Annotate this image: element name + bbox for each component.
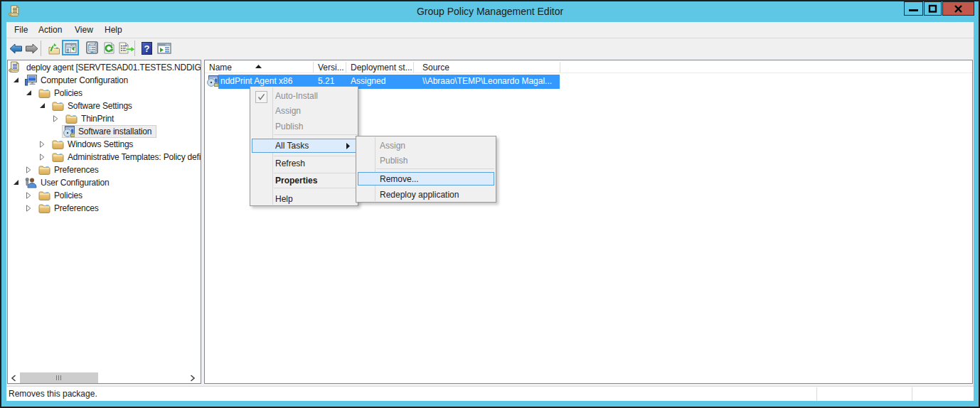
svg-text:?: ?: [144, 43, 150, 54]
